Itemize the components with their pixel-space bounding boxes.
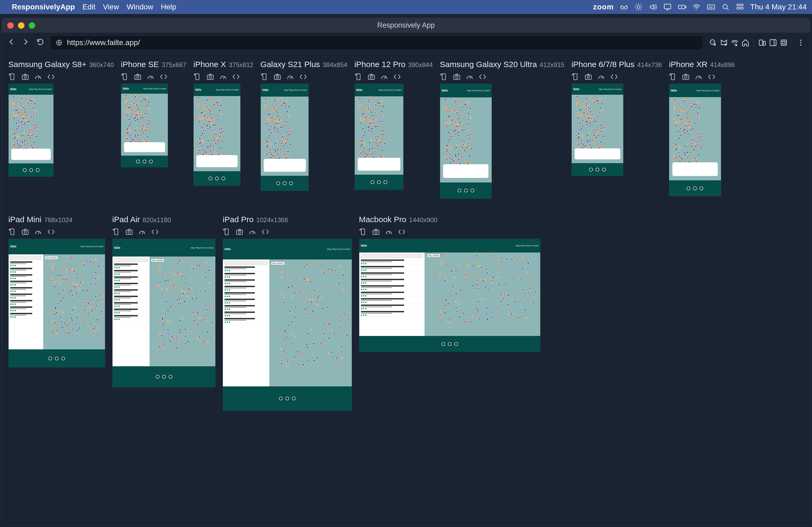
device-screen[interactable]: fáilte Map Play About Contact Map Satell… bbox=[8, 239, 105, 367]
screenshot-device-icon[interactable] bbox=[372, 228, 380, 236]
menubar-item-help[interactable]: Help bbox=[161, 3, 176, 11]
device-screen[interactable]: fáilte Map Play About Contact Map Satell… bbox=[112, 239, 216, 388]
rotate-device-icon[interactable] bbox=[669, 73, 677, 81]
device-screen[interactable]: fáilte Map Play About Contact bbox=[440, 84, 492, 199]
device-screen[interactable]: fáilte Map Play About Contact bbox=[260, 84, 309, 191]
screenshot-device-icon[interactable] bbox=[682, 73, 690, 81]
device-screen[interactable]: fáilte Map Play About Contact Map Satell… bbox=[359, 239, 541, 352]
volume-icon[interactable] bbox=[649, 3, 657, 11]
throttle-icon[interactable] bbox=[34, 73, 42, 81]
rotate-device-icon[interactable] bbox=[571, 73, 579, 81]
devtools-icon[interactable] bbox=[232, 73, 240, 81]
screenshot-device-icon[interactable] bbox=[125, 228, 133, 236]
screen-mirroring-icon[interactable] bbox=[663, 3, 672, 11]
devtools-icon[interactable] bbox=[160, 73, 168, 81]
throttle-icon[interactable] bbox=[385, 228, 393, 236]
device-screen[interactable]: fáilte Map Play About Contact bbox=[121, 84, 168, 167]
devtools-icon[interactable] bbox=[708, 73, 715, 81]
rotate-device-icon[interactable] bbox=[8, 228, 16, 236]
throttle-icon[interactable] bbox=[466, 73, 474, 81]
rotate-device-icon[interactable] bbox=[193, 73, 201, 81]
devtools-icon[interactable] bbox=[393, 73, 401, 81]
throttle-icon[interactable] bbox=[147, 73, 155, 81]
throttle-icon[interactable] bbox=[248, 228, 257, 236]
throttle-icon[interactable] bbox=[380, 73, 388, 81]
svg-rect-58 bbox=[225, 229, 229, 235]
devtools-icon[interactable] bbox=[299, 73, 307, 81]
device-screen[interactable]: fáilte Map Play About Contact bbox=[354, 84, 404, 190]
throttle-icon[interactable] bbox=[286, 73, 294, 81]
devtools-icon[interactable] bbox=[47, 228, 55, 236]
footer-dot-icon bbox=[292, 396, 296, 400]
preview-layout-icon[interactable] bbox=[769, 39, 777, 47]
brightness-icon[interactable] bbox=[634, 3, 643, 11]
battery-icon[interactable] bbox=[678, 3, 686, 11]
rotate-device-icon[interactable] bbox=[260, 73, 269, 81]
menubar-app-name[interactable]: ResponsivelyApp bbox=[12, 3, 75, 11]
device-screen[interactable]: fáilte Map Play About Contact bbox=[669, 84, 721, 196]
throttle-icon[interactable] bbox=[34, 228, 42, 236]
rotate-device-icon[interactable] bbox=[440, 73, 448, 81]
devtools-icon[interactable] bbox=[398, 228, 406, 236]
devtools-icon[interactable] bbox=[610, 73, 618, 81]
window-minimize-button[interactable] bbox=[18, 22, 25, 29]
devtools-icon[interactable] bbox=[151, 228, 159, 236]
extensions-icon[interactable] bbox=[780, 39, 788, 47]
screenshot-device-icon[interactable] bbox=[21, 73, 29, 81]
preview-search-bar bbox=[264, 159, 306, 172]
nav-reload-button[interactable] bbox=[36, 38, 44, 48]
control-center-icon[interactable] bbox=[736, 3, 744, 11]
window-maximize-button[interactable] bbox=[29, 22, 35, 29]
glasses-icon[interactable] bbox=[620, 3, 628, 11]
nav-back-button[interactable] bbox=[7, 38, 15, 48]
more-menu-icon[interactable] bbox=[797, 39, 805, 47]
rotate-device-icon[interactable] bbox=[354, 73, 362, 81]
menubar-item-view[interactable]: View bbox=[103, 3, 119, 11]
throttle-icon[interactable] bbox=[695, 73, 703, 81]
device-screen[interactable]: fáilte Map Play About Contact bbox=[193, 84, 241, 186]
throttle-icon[interactable] bbox=[597, 73, 605, 81]
devtools-icon[interactable] bbox=[261, 228, 269, 236]
address-bar[interactable]: https://www.failte.app/ bbox=[51, 36, 703, 49]
zoom-status-icon[interactable]: zoom bbox=[593, 3, 614, 11]
spotlight-icon[interactable] bbox=[721, 3, 730, 11]
nav-forward-button[interactable] bbox=[22, 38, 30, 48]
device-name: Galaxy S21 Plus bbox=[260, 60, 320, 69]
device-screen[interactable]: fáilte Map Play About Contact bbox=[8, 84, 54, 177]
devtools-icon[interactable] bbox=[478, 73, 487, 81]
rotate-device-icon[interactable] bbox=[222, 228, 231, 236]
screenshot-device-icon[interactable] bbox=[453, 73, 461, 81]
screenshot-device-icon[interactable] bbox=[584, 73, 592, 81]
clear-cookies-icon[interactable]: × bbox=[709, 39, 717, 47]
home-icon[interactable] bbox=[741, 39, 750, 47]
menubar-item-edit[interactable]: Edit bbox=[83, 3, 95, 11]
devices-canvas[interactable]: Samsung Galaxy S8+ 360x740 fáilte Map Pl… bbox=[2, 52, 810, 525]
screenshot-device-icon[interactable] bbox=[21, 228, 29, 236]
device-screen[interactable]: fáilte Map Play About Contact bbox=[571, 84, 624, 176]
rotate-device-icon[interactable] bbox=[8, 73, 16, 81]
device-screen[interactable]: fáilte Map Play About Contact Map Satell… bbox=[222, 239, 352, 411]
preview-sidebar-item bbox=[361, 298, 423, 303]
svg-text:×: × bbox=[725, 43, 727, 46]
throttle-icon[interactable] bbox=[138, 228, 146, 236]
rotate-device-icon[interactable] bbox=[359, 228, 367, 236]
device-manager-icon[interactable] bbox=[758, 39, 766, 47]
screenshot-device-icon[interactable] bbox=[134, 73, 142, 81]
menubar-clock[interactable]: Thu 4 May 21:44 bbox=[750, 3, 807, 11]
screenshot-device-icon[interactable] bbox=[273, 73, 281, 81]
screenshot-device-icon[interactable] bbox=[235, 228, 244, 236]
throttle-icon[interactable] bbox=[219, 73, 227, 81]
devices-row-2: iPad Mini 768x1024 fáilte Map Play About… bbox=[8, 215, 804, 411]
rotate-device-icon[interactable] bbox=[112, 228, 120, 236]
wifi-icon[interactable] bbox=[692, 3, 701, 11]
clear-storage-icon[interactable]: × bbox=[720, 39, 728, 47]
clear-network-icon[interactable]: × bbox=[731, 39, 739, 47]
devtools-icon[interactable] bbox=[47, 73, 55, 81]
rotate-device-icon[interactable] bbox=[121, 73, 129, 81]
preview-map-markers bbox=[572, 84, 624, 176]
keyboard-icon[interactable] bbox=[707, 3, 715, 11]
window-close-button[interactable] bbox=[7, 22, 14, 29]
menubar-item-window[interactable]: Window bbox=[127, 3, 153, 11]
screenshot-device-icon[interactable] bbox=[367, 73, 375, 81]
screenshot-device-icon[interactable] bbox=[206, 73, 214, 81]
